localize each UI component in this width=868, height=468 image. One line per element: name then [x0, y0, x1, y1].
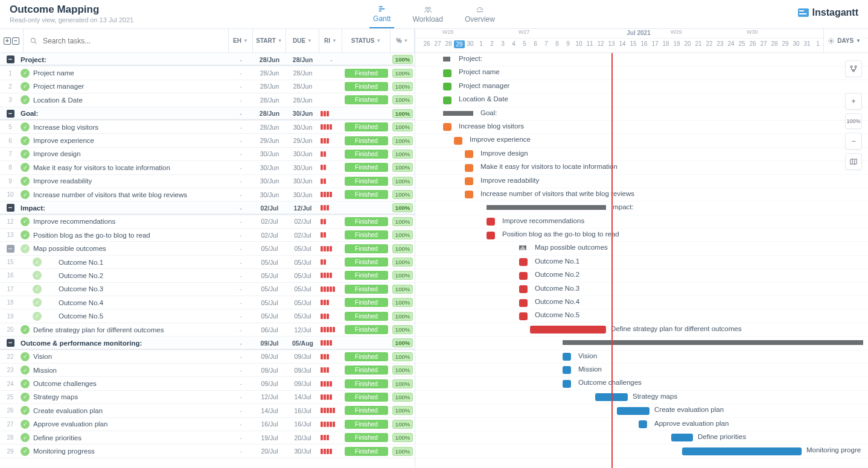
- timeline-day[interactable]: 19: [671, 40, 682, 47]
- tab-gantt[interactable]: Gantt: [369, 0, 394, 28]
- group-bar[interactable]: [487, 205, 606, 210]
- group-bar[interactable]: [519, 245, 526, 250]
- collapse-toggle[interactable]: −: [7, 110, 14, 118]
- task-row[interactable]: 13✓Position blog as the go-to blog to re…: [0, 229, 415, 242]
- task-row[interactable]: −✓Map possible outcomes-05/Jul05/JulFini…: [0, 242, 415, 255]
- gantt-row[interactable]: Location & Date: [415, 93, 868, 107]
- timeline-day[interactable]: 20: [682, 40, 693, 47]
- gantt-bar[interactable]: [563, 353, 571, 361]
- task-row[interactable]: 9✓Improve readability-30/Jun30/JunFinish…: [0, 175, 415, 188]
- gantt-row[interactable]: Impact:: [415, 201, 868, 215]
- task-row[interactable]: 8✓Make it easy for visitors to locate in…: [0, 161, 415, 174]
- gantt-bar[interactable]: [617, 407, 649, 415]
- timeline-day[interactable]: 6: [530, 40, 541, 47]
- timeline-day[interactable]: 21: [693, 40, 704, 47]
- search-input[interactable]: [42, 36, 222, 46]
- group-row[interactable]: −Outcome & performance monitoring:-09/Ju…: [0, 337, 415, 350]
- collapse-toggle[interactable]: −: [7, 55, 14, 63]
- gantt-bar[interactable]: [563, 366, 571, 374]
- col-header-due[interactable]: DUE▼: [286, 29, 319, 52]
- task-row[interactable]: 17✓Outcome No.3-05/Jul05/JulFinished100%: [0, 283, 415, 296]
- task-row[interactable]: 20✓Define strategy plan for different ou…: [0, 323, 415, 337]
- timeline-day[interactable]: 7: [541, 40, 552, 47]
- gantt-bar[interactable]: [487, 218, 495, 226]
- gantt-bar[interactable]: [487, 232, 495, 239]
- group-row[interactable]: −Impact:-02/Jul12/Jul100%: [0, 201, 415, 215]
- timeline-day[interactable]: 8: [552, 40, 563, 47]
- timeline-day[interactable]: 29: [454, 40, 465, 48]
- group-row[interactable]: −Project:-28/Jun28/Jun-100%: [0, 53, 415, 66]
- timeline-day[interactable]: 26: [747, 40, 758, 47]
- task-row[interactable]: 19✓Outcome No.5-05/Jul05/JulFinished100%: [0, 309, 415, 323]
- gantt-row[interactable]: Make it easy for visitors to locate info…: [415, 161, 868, 174]
- zoom-in-button[interactable]: +: [845, 93, 862, 110]
- group-bar[interactable]: [443, 111, 473, 116]
- task-row[interactable]: 23✓Mission-09/Jul09/JulFinished100%: [0, 364, 415, 377]
- gantt-row[interactable]: Position blog as the go-to blog to read: [415, 229, 868, 242]
- gantt-bar[interactable]: [519, 285, 528, 293]
- gantt-row[interactable]: Project name: [415, 66, 868, 80]
- timeline-day[interactable]: 27: [758, 40, 769, 47]
- timeline-day[interactable]: 28: [443, 40, 454, 47]
- collapse-all-button[interactable]: −: [12, 37, 19, 45]
- gantt-row[interactable]: Approve evaluation plan: [415, 418, 868, 431]
- gantt-bar[interactable]: [519, 299, 528, 307]
- timeline-day[interactable]: 16: [639, 40, 649, 47]
- dependencies-toggle-button[interactable]: [845, 60, 862, 77]
- timeline-day[interactable]: 13: [606, 40, 617, 47]
- col-header-start[interactable]: START▼: [253, 29, 286, 52]
- gantt-row[interactable]: Goal:: [415, 107, 868, 121]
- gantt-bar[interactable]: [530, 326, 606, 334]
- zoom-out-button[interactable]: −: [845, 133, 862, 150]
- minimap-toggle-button[interactable]: [845, 153, 862, 170]
- task-row[interactable]: 18✓Outcome No.4-05/Jul05/JulFinished100%: [0, 296, 415, 309]
- gantt-row[interactable]: Strategy maps: [415, 391, 868, 404]
- timeline-day[interactable]: 26: [421, 40, 432, 47]
- gantt-row[interactable]: Project:: [415, 53, 868, 66]
- task-row[interactable]: 2✓Project manager-28/Jun28/JunFinished10…: [0, 80, 415, 93]
- timeline-day[interactable]: 28: [769, 40, 780, 47]
- gantt-row[interactable]: Improve design: [415, 148, 868, 161]
- gantt-row[interactable]: Outcome No.5: [415, 309, 868, 323]
- task-row[interactable]: 6✓Improve experience-29/Jun29/JunFinishe…: [0, 134, 415, 147]
- gantt-row[interactable]: Outcome No.1: [415, 256, 868, 269]
- timeline-day[interactable]: 24: [726, 40, 736, 47]
- gantt-chart[interactable]: Project:Project nameProject managerLocat…: [415, 53, 868, 468]
- gantt-bar[interactable]: [465, 177, 473, 185]
- gantt-row[interactable]: Outcome No.4: [415, 296, 868, 309]
- task-row[interactable]: 1✓Project name-28/Jun28/JunFinished100%: [0, 66, 415, 80]
- gantt-bar[interactable]: [682, 447, 802, 455]
- gantt-bar[interactable]: [519, 312, 528, 320]
- zoom-unit-button[interactable]: DAYS▼: [823, 29, 864, 52]
- gantt-bar[interactable]: [454, 137, 462, 145]
- timeline-day[interactable]: 11: [584, 40, 595, 47]
- timeline-day[interactable]: 5: [519, 40, 530, 47]
- gantt-row[interactable]: Create evaluation plan: [415, 404, 868, 417]
- collapse-toggle[interactable]: −: [7, 245, 14, 253]
- timeline-day[interactable]: 25: [736, 40, 747, 47]
- gantt-row[interactable]: Vision: [415, 350, 868, 364]
- task-row[interactable]: 28✓Define priorities-19/Jul20/JulFinishe…: [0, 431, 415, 444]
- gantt-bar[interactable]: [443, 83, 452, 90]
- task-row[interactable]: 24✓Outcome challenges-09/Jul09/JulFinish…: [0, 377, 415, 390]
- gantt-bar[interactable]: [465, 150, 473, 158]
- gantt-row[interactable]: Project manager: [415, 80, 868, 93]
- zoom-reset-button[interactable]: 100%: [845, 113, 862, 129]
- task-row[interactable]: 15✓Outcome No.1-05/Jul05/JulFinished100%: [0, 256, 415, 269]
- gantt-row[interactable]: Outcome No.3: [415, 283, 868, 296]
- gantt-bar[interactable]: [519, 272, 528, 280]
- gantt-bar[interactable]: [639, 420, 647, 428]
- gantt-row[interactable]: Improve experience: [415, 134, 868, 147]
- timeline-day[interactable]: 1: [812, 40, 823, 47]
- task-row[interactable]: 10✓Increase number of visitors that writ…: [0, 188, 415, 201]
- task-row[interactable]: 3✓Location & Date-28/Jun28/JunFinished10…: [0, 93, 415, 107]
- timeline-day[interactable]: 3: [497, 40, 508, 47]
- task-row[interactable]: 29✓Monitoring progress-20/Jul30/JulFinis…: [0, 444, 415, 458]
- timeline-day[interactable]: 1: [476, 40, 487, 47]
- gantt-bar[interactable]: [671, 434, 693, 441]
- timeline-day[interactable]: 2: [487, 40, 497, 47]
- timeline-day[interactable]: 30: [791, 40, 802, 47]
- gantt-row[interactable]: Map possible outcomes: [415, 242, 868, 255]
- gantt-row[interactable]: Outcome No.2: [415, 269, 868, 282]
- gantt-row[interactable]: Outcome challenges: [415, 377, 868, 390]
